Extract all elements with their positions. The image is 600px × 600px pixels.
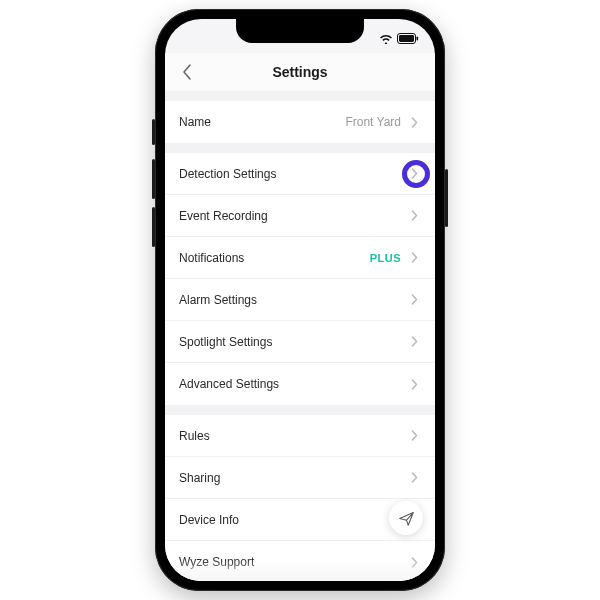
nav-bar: Settings: [165, 53, 435, 91]
side-button: [445, 169, 448, 227]
wifi-icon: [379, 33, 393, 44]
section-gap: [165, 91, 435, 101]
section-gap: [165, 405, 435, 415]
chevron-right-icon: [407, 429, 421, 443]
plus-badge: PLUS: [370, 252, 401, 264]
phone-frame: Settings Name Front Yard: [155, 9, 445, 591]
chevron-left-icon: [181, 63, 193, 81]
row-label: Spotlight Settings: [179, 335, 407, 349]
chevron-right-icon: [407, 293, 421, 307]
back-button[interactable]: [173, 58, 201, 86]
row-rules[interactable]: Rules: [165, 415, 435, 457]
row-wyze-support[interactable]: Wyze Support: [165, 541, 435, 581]
row-label: Alarm Settings: [179, 293, 407, 307]
row-label: Advanced Settings: [179, 377, 407, 391]
row-label: Event Recording: [179, 209, 407, 223]
chevron-right-icon: [407, 167, 421, 181]
row-alarm-settings[interactable]: Alarm Settings: [165, 279, 435, 321]
chevron-right-icon: [407, 251, 421, 265]
chevron-right-icon: [407, 209, 421, 223]
section-gap: [165, 143, 435, 153]
side-button: [152, 207, 155, 247]
row-spotlight-settings[interactable]: Spotlight Settings: [165, 321, 435, 363]
chevron-right-icon: [407, 377, 421, 391]
row-advanced-settings[interactable]: Advanced Settings: [165, 363, 435, 405]
group-name: Name Front Yard: [165, 101, 435, 143]
row-label: Rules: [179, 429, 407, 443]
chevron-right-icon: [407, 555, 421, 569]
row-label: Device Info: [179, 513, 407, 527]
page-title: Settings: [272, 64, 327, 80]
chevron-right-icon: [407, 335, 421, 349]
screen: Settings Name Front Yard: [165, 19, 435, 581]
paper-plane-icon: [398, 510, 415, 527]
row-label: Name: [179, 115, 345, 129]
group-settings-a: Detection Settings Event Recording Notif…: [165, 153, 435, 405]
svg-rect-1: [399, 35, 414, 42]
row-label: Notifications: [179, 251, 370, 265]
row-notifications[interactable]: Notifications PLUS: [165, 237, 435, 279]
row-label: Wyze Support: [179, 555, 407, 569]
row-value: Front Yard: [345, 115, 401, 129]
row-label: Detection Settings: [179, 167, 407, 181]
notch: [236, 19, 364, 43]
row-detection-settings[interactable]: Detection Settings: [165, 153, 435, 195]
row-name[interactable]: Name Front Yard: [165, 101, 435, 143]
row-label: Sharing: [179, 471, 407, 485]
chevron-right-icon: [407, 471, 421, 485]
group-settings-b: Rules Sharing Device Info Wyze Supp: [165, 415, 435, 581]
row-event-recording[interactable]: Event Recording: [165, 195, 435, 237]
chevron-right-icon: [407, 115, 421, 129]
side-button: [152, 159, 155, 199]
svg-rect-2: [417, 36, 419, 40]
share-fab[interactable]: [389, 501, 423, 535]
row-sharing[interactable]: Sharing: [165, 457, 435, 499]
battery-icon: [397, 33, 419, 44]
side-button: [152, 119, 155, 145]
